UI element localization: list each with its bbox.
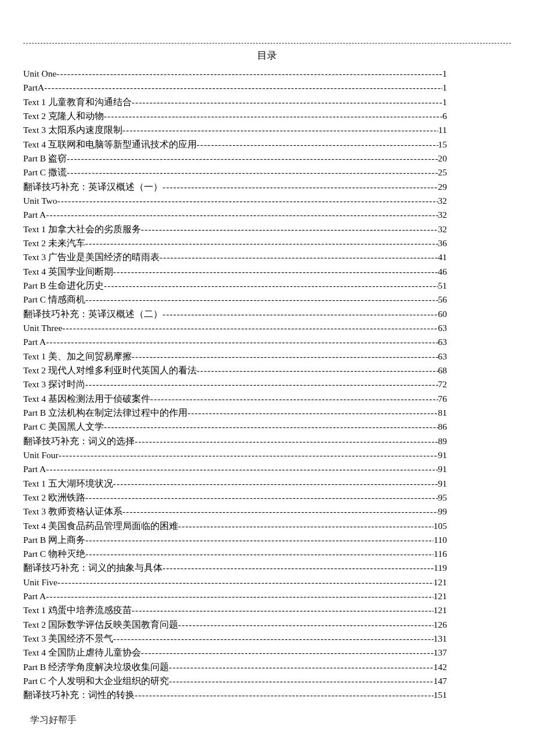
toc-label: Text 2 未来汽车 bbox=[23, 236, 85, 250]
toc-label: Text 2 国际数学评估反映美国教育问题 bbox=[23, 618, 178, 632]
toc-row: Text 2 未来汽车36 bbox=[23, 236, 447, 250]
toc-row: Text 3 探讨时尚72 bbox=[23, 377, 447, 391]
toc-leader bbox=[132, 603, 434, 617]
table-of-contents: Unit One1PartA 1Text 1 儿童教育和沟通结合1Text 2 … bbox=[23, 67, 447, 703]
toc-page: 137 bbox=[434, 646, 447, 660]
toc-label: 翻译技巧补充：英译汉概述（一） bbox=[23, 180, 163, 194]
toc-leader bbox=[113, 632, 434, 646]
toc-leader bbox=[46, 589, 434, 603]
toc-page: 32 bbox=[438, 194, 448, 208]
toc-label: Part B 网上商务 bbox=[23, 533, 85, 547]
toc-leader bbox=[67, 152, 438, 165]
toc-page: 116 bbox=[434, 547, 447, 561]
toc-row: Unit One1 bbox=[23, 67, 447, 81]
toc-page: 91 bbox=[438, 462, 448, 476]
toc-page: 25 bbox=[438, 165, 448, 179]
toc-row: Part B 立法机构在制定法律过程中的作用81 bbox=[23, 406, 447, 420]
toc-row: 翻译技巧补充：词义的选择89 bbox=[23, 434, 447, 448]
toc-label: Part C 美国黑人文学 bbox=[23, 420, 104, 434]
toc-page: 72 bbox=[438, 377, 448, 391]
toc-label: Part A bbox=[23, 335, 46, 349]
toc-page: 119 bbox=[434, 561, 447, 575]
toc-row: Text 2 克隆人和动物6 bbox=[23, 109, 447, 123]
toc-page: 81 bbox=[438, 406, 448, 420]
toc-row: Unit Five121 bbox=[23, 575, 447, 589]
toc-row: Text 4 互联网和电脑等新型通讯技术的应用15 bbox=[23, 138, 447, 152]
toc-row: Part B 盗窃20 bbox=[23, 152, 447, 165]
toc-label: Unit Five bbox=[23, 575, 57, 589]
toc-page: 29 bbox=[438, 180, 448, 194]
toc-leader bbox=[57, 575, 434, 589]
toc-leader bbox=[197, 363, 438, 377]
toc-page: 131 bbox=[434, 632, 447, 646]
toc-leader bbox=[113, 477, 438, 491]
toc-page: 147 bbox=[434, 674, 447, 688]
toc-leader bbox=[85, 547, 434, 561]
toc-leader bbox=[163, 561, 434, 575]
toc-row: PartA 1 bbox=[23, 81, 447, 95]
toc-leader bbox=[122, 123, 438, 137]
toc-leader bbox=[56, 67, 442, 81]
toc-row: Part A91 bbox=[23, 462, 447, 476]
toc-row: Text 2 现代人对维多利亚时代英国人的看法68 bbox=[23, 363, 447, 377]
toc-label: Part C 撒谎 bbox=[23, 165, 67, 179]
toc-label: Part B 生命进化历史 bbox=[23, 279, 104, 293]
toc-page: 63 bbox=[438, 335, 448, 349]
toc-leader bbox=[141, 222, 438, 236]
toc-label: Text 3 太阳系内速度限制 bbox=[23, 123, 122, 137]
toc-page: 142 bbox=[434, 660, 447, 674]
toc-leader bbox=[46, 335, 438, 349]
toc-page: 126 bbox=[434, 618, 447, 632]
toc-label: 翻译技巧补充：英译汉概述（二） bbox=[23, 307, 163, 321]
toc-page: 99 bbox=[438, 505, 448, 519]
toc-row: Text 1 鸡蛋中培养流感疫苗121 bbox=[23, 603, 447, 617]
toc-label: Part B 经济学角度解决垃圾收集问题 bbox=[23, 660, 169, 674]
toc-label: PartA bbox=[23, 81, 44, 95]
toc-leader bbox=[85, 236, 438, 250]
toc-row: 翻译技巧补充：英译汉概述（二）60 bbox=[23, 307, 447, 321]
toc-page: 63 bbox=[438, 321, 448, 335]
toc-row: Text 1 加拿大社会的劣质服务32 bbox=[23, 222, 447, 236]
toc-row: Part A63 bbox=[23, 335, 447, 349]
toc-row: Text 4 全国防止虐待儿童协会137 bbox=[23, 646, 447, 660]
header-dots: .. .... bbox=[23, 40, 511, 46]
toc-leader bbox=[160, 250, 438, 264]
toc-page: 1 bbox=[442, 81, 447, 95]
toc-row: Part B 生命进化历史51 bbox=[23, 279, 447, 293]
toc-page: 11 bbox=[438, 123, 447, 137]
toc-row: Part C 美国黑人文学86 bbox=[23, 420, 447, 434]
toc-page: 15 bbox=[438, 138, 448, 152]
toc-page: 32 bbox=[438, 222, 448, 236]
toc-label: Part A bbox=[23, 462, 46, 476]
toc-leader bbox=[178, 618, 434, 632]
toc-page: 63 bbox=[438, 350, 448, 363]
toc-leader bbox=[104, 109, 442, 123]
toc-row: Part C 个人发明和大企业组织的研究147 bbox=[23, 674, 447, 688]
toc-leader bbox=[104, 279, 438, 293]
toc-row: Text 1 五大湖环境状况91 bbox=[23, 477, 447, 491]
toc-row: Unit Three63 bbox=[23, 321, 447, 335]
toc-leader bbox=[169, 660, 434, 674]
toc-leader bbox=[104, 420, 438, 434]
toc-row: Part B 经济学角度解决垃圾收集问题142 bbox=[23, 660, 447, 674]
toc-page: 32 bbox=[438, 208, 448, 222]
toc-leader bbox=[163, 180, 438, 194]
toc-label: Text 4 英国学业间断期 bbox=[23, 265, 113, 279]
toc-label: Text 3 教师资格认证体系 bbox=[23, 505, 122, 519]
toc-label: Text 1 儿童教育和沟通结合 bbox=[23, 95, 132, 109]
toc-leader bbox=[85, 293, 438, 307]
toc-page: 1 bbox=[442, 95, 447, 109]
toc-page: 86 bbox=[438, 420, 448, 434]
toc-label: Part C 物种灭绝 bbox=[23, 547, 85, 561]
toc-leader bbox=[85, 491, 438, 505]
toc-label: Text 1 五大湖环境状况 bbox=[23, 477, 113, 491]
toc-page: 110 bbox=[434, 533, 447, 547]
toc-leader bbox=[141, 646, 434, 660]
toc-row: Text 3 广告业是美国经济的晴雨表41 bbox=[23, 250, 447, 264]
toc-page: 36 bbox=[438, 236, 448, 250]
toc-page: 89 bbox=[438, 434, 448, 448]
toc-row: Text 1 儿童教育和沟通结合1 bbox=[23, 95, 447, 109]
toc-label: Text 2 克隆人和动物 bbox=[23, 109, 104, 123]
toc-label: Text 1 美、加之间贸易摩擦 bbox=[23, 350, 132, 363]
toc-leader bbox=[132, 95, 442, 109]
